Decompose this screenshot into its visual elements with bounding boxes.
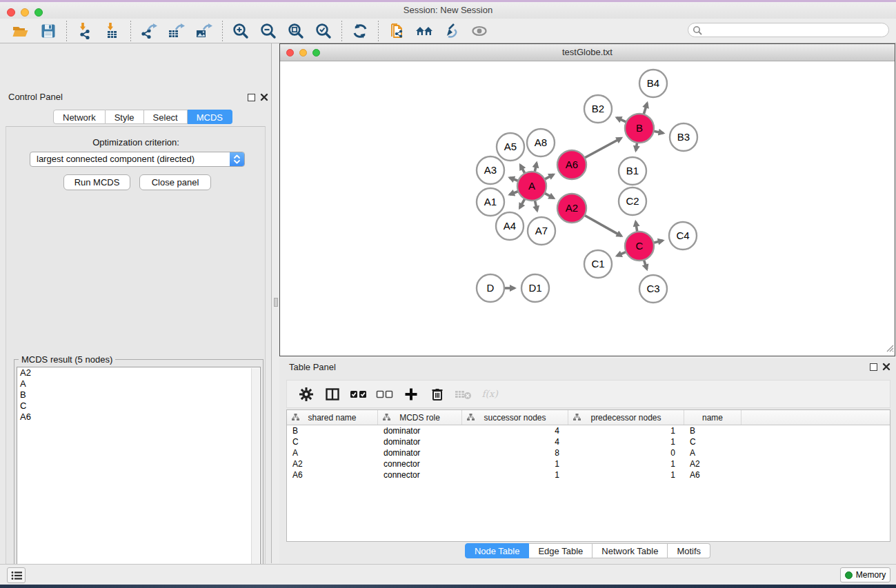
settings-gear-icon[interactable]: [297, 385, 315, 403]
split-pane-handle[interactable]: [274, 298, 278, 307]
edge-A-A3[interactable]: [510, 178, 518, 181]
table-cell[interactable]: A: [287, 447, 378, 458]
resize-grip-icon[interactable]: [885, 343, 894, 355]
memory-button[interactable]: Memory: [840, 567, 890, 582]
column-header-MCDS-role[interactable]: MCDS role: [378, 410, 462, 425]
zoom-in-icon[interactable]: [230, 21, 251, 41]
zoom-out-icon[interactable]: [258, 21, 279, 41]
annotations-pen-icon[interactable]: [441, 21, 462, 41]
close-window-button[interactable]: [7, 8, 15, 17]
tab-network-table[interactable]: Network Table: [593, 543, 668, 558]
edge-B-B4[interactable]: [644, 103, 647, 114]
deselect-all-checkboxes-icon[interactable]: [376, 385, 394, 403]
table-header-row[interactable]: shared nameMCDS rolesuccessor nodesprede…: [287, 410, 890, 425]
table-row[interactable]: Adominator80A: [287, 447, 890, 458]
home-icon[interactable]: [414, 21, 435, 41]
table-cell[interactable]: 4: [462, 425, 568, 436]
result-list-item[interactable]: A2: [17, 367, 260, 378]
delete-columns-icon[interactable]: [428, 385, 446, 403]
table-cell[interactable]: A2: [684, 458, 741, 469]
tab-network[interactable]: Network: [53, 110, 106, 124]
result-list-item[interactable]: B: [17, 389, 260, 401]
open-file-icon[interactable]: [10, 21, 31, 41]
close-icon[interactable]: [286, 49, 294, 57]
add-column-icon[interactable]: [402, 385, 420, 403]
scrollbar-track[interactable]: [251, 368, 259, 586]
clone-network-icon[interactable]: [386, 21, 407, 41]
table-cell[interactable]: 1: [568, 425, 684, 436]
close-panel-button[interactable]: Close panel: [139, 174, 211, 190]
node-table[interactable]: shared nameMCDS rolesuccessor nodesprede…: [286, 409, 890, 542]
network-canvas[interactable]: B4B2BB3A5A8A6B1A3AA1C2A2A4A7C4CC1C3DD1: [280, 61, 895, 356]
network-graph[interactable]: B4B2BB3A5A8A6B1A3AA1C2A2A4A7C4CC1C3DD1: [280, 61, 895, 356]
result-list-item[interactable]: C: [17, 401, 260, 412]
export-image-icon[interactable]: [194, 21, 215, 41]
table-row[interactable]: A6connector11A6: [287, 469, 890, 480]
table-body[interactable]: Bdominator41BCdominator41CAdominator80AA…: [287, 425, 890, 480]
edge-A2-C[interactable]: [584, 215, 621, 236]
edge-C-C1[interactable]: [617, 252, 626, 256]
select-all-checkboxes-icon[interactable]: [350, 385, 368, 403]
result-list-item[interactable]: A6: [17, 412, 260, 423]
edge-C-C3[interactable]: [644, 260, 646, 269]
edge-A-A2[interactable]: [544, 193, 553, 198]
criterion-dropdown[interactable]: largest connected component (directed): [30, 152, 245, 167]
table-cell[interactable]: B: [287, 425, 378, 436]
tab-node-table[interactable]: Node Table: [465, 543, 530, 558]
minimize-window-button[interactable]: [21, 8, 29, 17]
refresh-layout-icon[interactable]: [350, 21, 370, 41]
edge-B-B3[interactable]: [654, 131, 664, 133]
show-columns-icon[interactable]: [323, 385, 341, 403]
dropdown-stepper-icon[interactable]: [230, 152, 244, 166]
export-network-icon[interactable]: [139, 21, 159, 41]
close-panel-icon[interactable]: [882, 363, 890, 371]
tab-motifs[interactable]: Motifs: [668, 543, 710, 558]
edge-A-A5[interactable]: [520, 165, 525, 173]
zoom-selected-icon[interactable]: [313, 21, 334, 41]
import-network-icon[interactable]: [74, 21, 95, 41]
table-cell[interactable]: A: [684, 447, 741, 458]
edge-A-A7[interactable]: [535, 201, 537, 211]
table-cell[interactable]: 0: [568, 447, 684, 458]
column-header-shared-name[interactable]: shared name: [287, 410, 378, 425]
edge-C-C2[interactable]: [636, 222, 637, 232]
table-row[interactable]: A2connector11A2: [287, 458, 890, 469]
edge-B-B1[interactable]: [636, 143, 637, 151]
edge-A-A1[interactable]: [510, 192, 518, 195]
zoom-window-button[interactable]: [34, 8, 43, 17]
table-cell[interactable]: C: [684, 436, 741, 447]
table-cell[interactable]: 1: [568, 458, 684, 469]
edge-C-C4[interactable]: [653, 241, 662, 243]
search-input[interactable]: [688, 23, 889, 37]
tab-mcds[interactable]: MCDS: [188, 110, 232, 124]
save-session-icon[interactable]: [38, 21, 59, 41]
table-cell[interactable]: connector: [378, 469, 462, 480]
edge-A-A4[interactable]: [519, 199, 524, 207]
edge-B-B2[interactable]: [617, 118, 626, 122]
tab-select[interactable]: Select: [144, 110, 188, 124]
table-cell[interactable]: C: [287, 436, 378, 447]
table-cell[interactable]: 1: [462, 458, 568, 469]
float-panel-icon[interactable]: [870, 363, 877, 371]
table-cell[interactable]: 4: [462, 436, 568, 447]
task-history-button[interactable]: [7, 567, 26, 583]
table-cell[interactable]: A6: [287, 469, 378, 480]
table-row[interactable]: Bdominator41B: [287, 425, 890, 436]
run-mcds-button[interactable]: Run MCDS: [63, 174, 130, 190]
table-cell[interactable]: 1: [568, 436, 684, 447]
result-list-item[interactable]: A: [17, 378, 260, 389]
minimize-icon[interactable]: [299, 49, 307, 57]
table-cell[interactable]: 1: [462, 469, 568, 480]
table-cell[interactable]: 8: [462, 447, 568, 458]
table-cell[interactable]: dominator: [378, 436, 462, 447]
maximize-icon[interactable]: [312, 49, 320, 57]
network-window-titlebar[interactable]: testGlobe.txt: [280, 44, 895, 61]
mcds-result-list[interactable]: A2ABCA6: [17, 367, 261, 586]
table-cell[interactable]: A2: [287, 458, 378, 469]
window-controls[interactable]: [7, 8, 43, 17]
edge-A-A6[interactable]: [545, 174, 554, 179]
close-panel-icon[interactable]: [260, 93, 268, 101]
table-cell[interactable]: dominator: [378, 425, 462, 436]
import-table-icon[interactable]: [102, 21, 123, 41]
network-window-controls[interactable]: [286, 49, 320, 57]
